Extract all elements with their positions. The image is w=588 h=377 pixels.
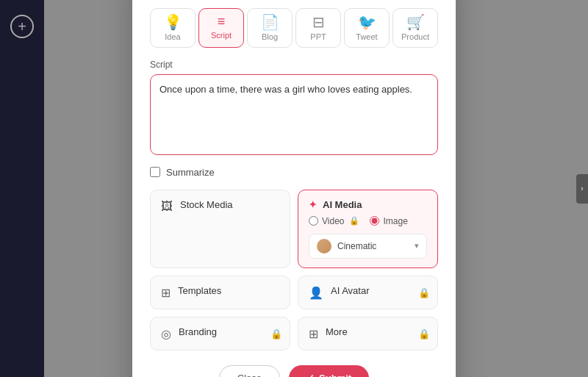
- tab-script[interactable]: ≡ Script: [198, 8, 244, 48]
- video-label: Video: [322, 216, 344, 226]
- image-radio-item[interactable]: Image: [370, 216, 407, 226]
- ai-avatar-icon: 👤: [309, 286, 323, 300]
- tweet-icon: 🐦: [358, 15, 376, 29]
- video-radio[interactable]: [309, 216, 318, 226]
- script-field-label: Script: [150, 60, 438, 70]
- more-lock-icon: 🔒: [418, 328, 430, 339]
- ai-media-card[interactable]: ✦ AI Media Video 🔒 Image Cinematic ▾: [298, 190, 438, 268]
- tab-script-label: Script: [211, 31, 232, 40]
- ai-avatar-card[interactable]: 👤 AI Avatar 🔒: [298, 276, 438, 309]
- product-icon: 🛒: [406, 15, 425, 29]
- more-label: More: [326, 326, 348, 337]
- templates-card[interactable]: ⊞ Templates: [150, 276, 290, 309]
- tab-tweet[interactable]: 🐦 Tweet: [344, 8, 390, 48]
- script-icon: ≡: [218, 15, 226, 28]
- image-label: Image: [383, 216, 407, 226]
- submit-button[interactable]: ✓ Submit: [289, 365, 369, 378]
- submit-check-icon: ✓: [306, 373, 315, 378]
- more-card[interactable]: ⊞ More 🔒: [298, 317, 438, 351]
- tab-tweet-label: Tweet: [356, 32, 377, 41]
- options-grid: 🖼 Stock Media ✦ AI Media Video 🔒 Image: [150, 190, 438, 351]
- ai-avatar-lock-icon: 🔒: [418, 287, 430, 298]
- stock-media-label: Stock Media: [180, 199, 233, 210]
- ai-media-header: ✦ AI Media: [309, 199, 427, 210]
- tab-product[interactable]: 🛒 Product: [392, 8, 438, 48]
- cinematic-thumb: [317, 239, 331, 254]
- branding-label: Branding: [179, 326, 217, 337]
- branding-card[interactable]: ◎ Branding 🔒: [150, 317, 290, 351]
- blog-icon: 📄: [261, 15, 279, 29]
- ai-media-icon: ✦: [309, 199, 317, 210]
- summarize-checkbox[interactable]: [150, 167, 160, 177]
- bottom-row: Close ✓ Submit: [150, 365, 438, 378]
- stock-media-icon: 🖼: [161, 200, 173, 213]
- tab-ppt[interactable]: ⊟ PPT: [295, 8, 341, 48]
- video-lock-icon: 🔒: [349, 216, 359, 226]
- right-expand-button[interactable]: ›: [576, 174, 588, 204]
- ai-avatar-label: AI Avatar: [331, 285, 370, 296]
- stock-media-card[interactable]: 🖼 Stock Media: [150, 190, 290, 268]
- templates-icon: ⊞: [161, 286, 171, 300]
- summarize-label: Summarize: [166, 167, 215, 178]
- tab-ppt-label: PPT: [310, 32, 326, 41]
- tab-blog[interactable]: 📄 Blog: [247, 8, 293, 48]
- magic-create-modal: Magic Create 💡 Idea ≡ Script 📄 Blog ⊟ PP…: [132, 0, 456, 377]
- radio-row: Video 🔒 Image: [309, 216, 427, 226]
- cinematic-dropdown[interactable]: Cinematic ▾: [309, 234, 427, 259]
- summarize-row: Summarize: [150, 167, 438, 178]
- idea-icon: 💡: [164, 15, 182, 29]
- cinematic-label: Cinematic: [337, 241, 376, 251]
- chevron-down-icon: ▾: [415, 241, 419, 251]
- video-radio-item[interactable]: Video 🔒: [309, 216, 359, 226]
- sidebar: +: [0, 0, 44, 377]
- close-button[interactable]: Close: [219, 365, 280, 378]
- script-textarea[interactable]: Once upon a time, there was a girl who l…: [150, 74, 438, 155]
- ai-media-label: AI Media: [323, 199, 362, 210]
- branding-lock-icon: 🔒: [270, 328, 282, 339]
- submit-label: Submit: [319, 373, 351, 378]
- branding-icon: ◎: [161, 327, 171, 341]
- templates-label: Templates: [178, 285, 221, 296]
- more-icon: ⊞: [309, 327, 318, 341]
- sidebar-add-button[interactable]: +: [10, 15, 34, 38]
- tab-idea[interactable]: 💡 Idea: [150, 8, 196, 48]
- tab-product-label: Product: [401, 32, 429, 41]
- tab-blog-label: Blog: [262, 32, 278, 41]
- image-radio[interactable]: [370, 216, 379, 226]
- ppt-icon: ⊟: [312, 15, 325, 29]
- tabs-row: 💡 Idea ≡ Script 📄 Blog ⊟ PPT 🐦 Tweet 🛒 P…: [150, 8, 438, 48]
- tab-idea-label: Idea: [165, 32, 180, 41]
